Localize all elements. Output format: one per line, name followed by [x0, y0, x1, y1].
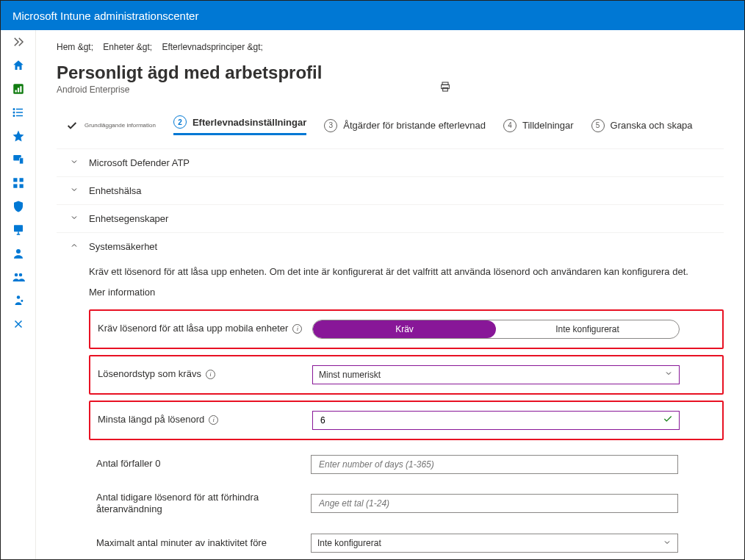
svg-rect-20 — [443, 87, 448, 91]
step-compliance[interactable]: 2 Efterlevnadsinställningar — [173, 115, 306, 135]
section-props[interactable]: Enhetsegenskaper — [57, 204, 724, 232]
step-assignments[interactable]: 4 Tilldelningar — [503, 119, 574, 132]
step-basic[interactable]: Grundläggande information — [65, 119, 156, 132]
row-min-length: Minsta längd på lösenord i — [89, 401, 724, 440]
star-icon[interactable] — [11, 129, 26, 143]
row-expire-days: Antal förfaller 0 — [89, 446, 724, 483]
chevron-up-icon — [70, 241, 79, 252]
group-icon[interactable] — [11, 270, 26, 284]
chevron-down-icon — [664, 369, 673, 380]
svg-point-17 — [16, 295, 20, 299]
breadcrumb: Hem &gt; Enheter &gt; Efterlevnadsprinci… — [57, 42, 724, 52]
reports-icon[interactable] — [11, 223, 26, 237]
app-title: Microsoft Intune administrationscenter — [12, 10, 198, 22]
more-info-link[interactable]: Mer information — [89, 287, 724, 298]
devices-icon[interactable] — [11, 152, 26, 167]
troubleshoot-icon[interactable] — [11, 317, 26, 331]
main-content: Hem &gt; Enheter &gt; Efterlevnadsprinci… — [36, 30, 744, 559]
min-length-field[interactable] — [319, 414, 663, 426]
page-subtitle: Android Enterprise — [57, 85, 322, 95]
svg-rect-12 — [19, 184, 23, 188]
tenant-icon[interactable] — [11, 293, 26, 308]
chevron-down-icon — [663, 538, 672, 549]
row-require-password: Kräv lösenord för att låsa upp mobila en… — [89, 309, 724, 349]
chevron-down-icon — [70, 185, 79, 196]
svg-rect-11 — [13, 184, 17, 188]
svg-rect-9 — [13, 178, 17, 182]
svg-point-16 — [18, 273, 22, 277]
svg-rect-13 — [14, 225, 23, 231]
expire-days-input[interactable] — [311, 455, 678, 474]
breadcrumb-policies[interactable]: Efterlevnadsprinciper &gt; — [162, 42, 262, 52]
shield-icon[interactable] — [11, 199, 26, 214]
row-password-type: Lösenordstyp som krävs i Minst numeriskt — [89, 355, 724, 395]
toggle-notconfigured[interactable]: Inte konfigurerat — [496, 320, 679, 338]
page-title: Personligt ägd med arbetsprofil — [57, 62, 322, 83]
chevron-down-icon — [70, 213, 79, 224]
list-icon[interactable] — [11, 105, 26, 120]
svg-rect-8 — [19, 158, 23, 164]
password-type-select[interactable]: Minst numeriskt — [312, 365, 680, 384]
apps-icon[interactable] — [11, 176, 26, 190]
breadcrumb-home[interactable]: Hem &gt; — [57, 42, 93, 52]
info-icon[interactable]: i — [292, 324, 302, 334]
svg-point-1 — [13, 109, 15, 110]
nav-expand-icon[interactable] — [11, 35, 26, 49]
svg-point-3 — [13, 112, 15, 113]
user-icon[interactable] — [11, 246, 26, 261]
wizard-steps: Grundläggande information 2 Efterlevnads… — [57, 115, 724, 135]
section-health[interactable]: Enhetshälsa — [57, 176, 724, 204]
print-icon[interactable] — [439, 81, 451, 95]
svg-point-5 — [13, 115, 15, 117]
dashboard-icon[interactable] — [11, 82, 26, 96]
require-password-toggle[interactable]: Kräv Inte konfigurerat — [312, 320, 680, 339]
home-icon[interactable] — [11, 58, 26, 73]
step-actions[interactable]: 3 Åtgärder för bristande efterlevnad — [324, 119, 486, 132]
inactivity-select[interactable]: Inte konfigurerat — [311, 534, 678, 553]
info-icon[interactable]: i — [209, 415, 218, 425]
security-desc: Kräv ett lösenord för att låsa upp enhet… — [89, 265, 691, 279]
app-header: Microsoft Intune administrationscenter — [1, 1, 744, 30]
breadcrumb-devices[interactable]: Enheter &gt; — [103, 42, 152, 52]
prev-passwords-input[interactable] — [311, 494, 678, 513]
row-prev-passwords: Antal tidigare lösenord för att förhindr… — [89, 483, 724, 525]
svg-point-14 — [16, 249, 21, 254]
check-icon — [663, 414, 673, 426]
expire-days-field[interactable] — [317, 459, 672, 470]
left-nav — [1, 30, 36, 559]
chevron-down-icon — [70, 157, 79, 168]
min-length-input[interactable] — [312, 411, 680, 430]
security-content: Kräv ett lösenord för att låsa upp enhet… — [57, 260, 724, 559]
section-defender[interactable]: Microsoft Defender ATP — [57, 148, 724, 176]
prev-passwords-field[interactable] — [317, 498, 672, 509]
row-inactivity: Maximalt antal minuter av inaktivitet fö… — [89, 525, 724, 559]
toggle-require[interactable]: Kräv — [313, 320, 496, 338]
svg-rect-10 — [19, 178, 23, 182]
svg-point-15 — [14, 273, 18, 277]
section-security[interactable]: Systemsäkerhet — [57, 232, 724, 260]
info-icon[interactable]: i — [206, 370, 215, 379]
step-review[interactable]: 5 Granska och skapa — [591, 119, 693, 132]
